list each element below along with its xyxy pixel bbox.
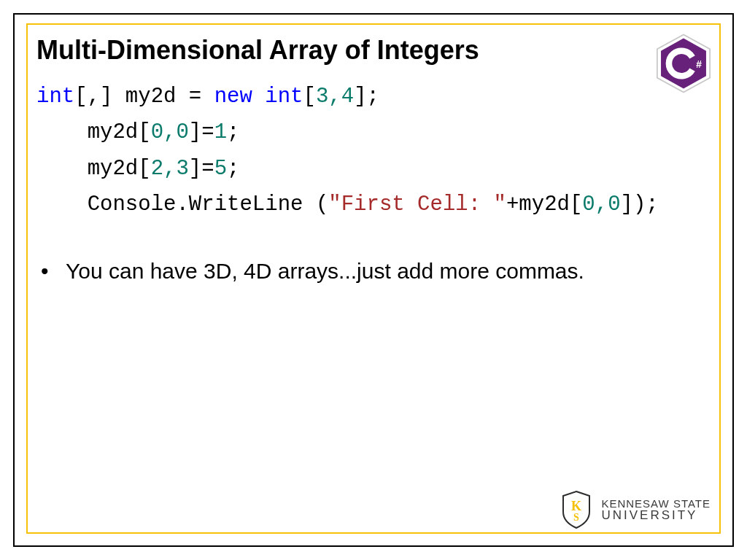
keyword-int: int (36, 85, 74, 109)
ksu-logo: K S KENNESAW STATE UNIVERSITY (559, 490, 711, 529)
keyword-new: new (214, 85, 252, 109)
bullet-item: • You can have 3D, 4D arrays...just add … (36, 259, 711, 284)
slide-title: Multi-Dimensional Array of Integers (36, 35, 711, 66)
svg-text:K: K (571, 499, 581, 513)
bullet-text: You can have 3D, 4D arrays...just add mo… (66, 259, 584, 284)
svg-text:S: S (574, 512, 580, 523)
ksu-text: KENNESAW STATE UNIVERSITY (601, 498, 711, 521)
string-literal: "First Cell: " (328, 192, 506, 217)
slide-content: Multi-Dimensional Array of Integers int[… (36, 35, 711, 524)
ksu-crest-icon: K S (559, 490, 594, 529)
bullet-dot-icon: • (36, 259, 66, 284)
code-block: int[,] my2d = new int[3,4]; my2d[0,0]=1;… (36, 79, 711, 222)
